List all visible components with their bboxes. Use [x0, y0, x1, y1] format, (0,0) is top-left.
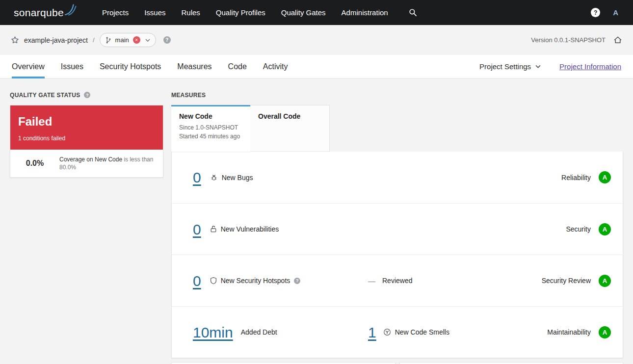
- security-review-rating-group: Security Review A: [542, 275, 623, 287]
- shield-icon: [210, 277, 217, 285]
- tab-issues[interactable]: Issues: [61, 55, 83, 78]
- new-code-smells-label[interactable]: New Code Smells: [395, 328, 449, 336]
- user-avatar[interactable]: A: [613, 8, 622, 17]
- condition-description: Coverage on New Code is less than 80.0%: [59, 156, 155, 171]
- condition-value: 0.0%: [18, 159, 52, 168]
- search-button[interactable]: [409, 8, 417, 17]
- quality-gate-section-title: QUALITY GATE STATUS ?: [10, 91, 163, 99]
- tab-security-hotspots[interactable]: Security Hotspots: [100, 55, 161, 78]
- new-bugs-cell: 0 New Bugs: [172, 169, 368, 185]
- measures-section-title: MEASURES: [171, 91, 623, 99]
- help-icon[interactable]: ?: [591, 8, 600, 17]
- global-nav: Projects Issues Rules Quality Profiles Q…: [102, 8, 388, 17]
- security-review-domain-label: Security Review: [542, 277, 591, 285]
- chevron-down-icon: [535, 65, 541, 68]
- branch-name: main: [115, 36, 129, 44]
- tab-new-code[interactable]: New Code Since 1.0-SNAPSHOT Started 45 m…: [171, 105, 250, 152]
- tab-activity[interactable]: Activity: [263, 55, 288, 78]
- new-code-smells-count-link[interactable]: 1: [368, 324, 376, 340]
- nav-item-issues[interactable]: Issues: [144, 8, 165, 17]
- reviewed-value: —: [368, 277, 375, 285]
- nav-item-quality-gates[interactable]: Quality Gates: [281, 8, 326, 17]
- nav-item-quality-profiles[interactable]: Quality Profiles: [216, 8, 265, 17]
- security-domain-label: Security: [566, 225, 591, 233]
- maintainability-rating-badge[interactable]: A: [599, 326, 611, 338]
- project-version-label: Version 0.0.1-SNAPSHOT: [531, 36, 606, 44]
- quality-gate-help-icon[interactable]: ?: [84, 92, 90, 98]
- tab-measures[interactable]: Measures: [177, 55, 211, 78]
- new-bugs-count-link[interactable]: 0: [193, 169, 201, 185]
- measures-section: MEASURES New Code Since 1.0-SNAPSHOT Sta…: [171, 91, 623, 364]
- security-rating-group: Security A: [566, 223, 623, 235]
- nav-item-administration[interactable]: Administration: [342, 8, 388, 17]
- quality-gate-status-header: Failed 1 conditions failed: [10, 105, 163, 150]
- branch-dropdown-chevron[interactable]: [145, 39, 150, 42]
- tab-overall-code[interactable]: Overall Code: [250, 105, 330, 152]
- tab-issues-label: Issues: [61, 62, 83, 71]
- favorite-toggle[interactable]: [11, 36, 19, 44]
- overall-code-tab-label: Overall Code: [258, 112, 300, 120]
- measures-title-text: MEASURES: [171, 92, 206, 99]
- quality-gate-condition-row[interactable]: 0.0% Coverage on New Code is less than 8…: [10, 150, 163, 177]
- new-security-hotspots-count-link[interactable]: 0: [193, 273, 201, 289]
- tab-overview[interactable]: Overview: [12, 55, 45, 78]
- new-vulnerabilities-label[interactable]: New Vulnerabilities: [221, 225, 279, 233]
- sonar-swoosh-icon: [65, 4, 78, 16]
- nav-item-projects[interactable]: Projects: [102, 8, 129, 17]
- added-debt-cell: 10min Added Debt: [172, 324, 368, 340]
- project-settings-menu[interactable]: Project Settings: [479, 62, 541, 71]
- new-security-hotspots-label[interactable]: New Security Hotspots: [221, 277, 290, 285]
- new-bugs-label[interactable]: New Bugs: [222, 174, 253, 182]
- top-navbar: sonarqube Projects Issues Rules Quality …: [0, 0, 633, 25]
- breadcrumb-separator: /: [93, 36, 95, 44]
- tab-code[interactable]: Code: [228, 55, 247, 78]
- tab-code-label: Code: [228, 62, 247, 71]
- sonarqube-logo[interactable]: sonarqube: [14, 5, 78, 20]
- project-context-bar: example-java-project / main × ? Version …: [0, 25, 633, 55]
- new-security-hotspots-cell: 0 New Security Hotspots ?: [172, 273, 368, 289]
- new-vulnerabilities-cell: 0 New Vulnerabilities: [172, 221, 368, 237]
- project-information-link[interactable]: Project Information: [559, 62, 621, 71]
- tab-measures-label: Measures: [177, 62, 211, 71]
- branch-selector[interactable]: main ×: [100, 33, 156, 47]
- added-debt-label: Added Debt: [241, 328, 277, 336]
- reliability-rating-badge[interactable]: A: [599, 171, 611, 183]
- new-code-since: Since 1.0-SNAPSHOT: [179, 124, 242, 131]
- quality-gate-card: Failed 1 conditions failed 0.0% Coverage…: [10, 105, 163, 178]
- quality-gate-status: Failed: [18, 115, 155, 129]
- security-rating-badge[interactable]: A: [599, 223, 611, 235]
- tab-security-hotspots-label: Security Hotspots: [100, 62, 161, 71]
- project-tab-bar: Overview Issues Security Hotspots Measur…: [0, 55, 633, 78]
- nav-item-rules[interactable]: Rules: [182, 8, 200, 17]
- partial-card-right: [399, 362, 623, 364]
- security-review-rating-badge[interactable]: A: [599, 275, 611, 287]
- project-homepage-button[interactable]: [613, 36, 622, 44]
- reliability-domain-label: Reliability: [561, 174, 591, 182]
- hotspots-reviewed-cell: — Reviewed: [368, 277, 412, 285]
- quality-gate-title-text: QUALITY GATE STATUS: [10, 92, 80, 99]
- new-code-started: Started 45 minutes ago: [179, 133, 242, 140]
- bug-icon: [210, 174, 218, 182]
- hotspots-help-icon[interactable]: ?: [294, 278, 300, 284]
- partial-card-left: [171, 362, 396, 364]
- reviewed-label: Reviewed: [382, 277, 412, 285]
- measure-row-new-security-hotspots: 0 New Security Hotspots ? — Reviewed Sec…: [172, 255, 623, 306]
- chevron-down-icon: [145, 39, 150, 42]
- new-vulnerabilities-count-link[interactable]: 0: [193, 221, 201, 237]
- branch-icon: [106, 36, 111, 44]
- maintainability-rating-group: Maintainability A: [547, 326, 623, 338]
- context-bar-right: Version 0.0.1-SNAPSHOT: [531, 36, 622, 44]
- clear-branch-icon[interactable]: ×: [133, 36, 140, 44]
- topbar-right: ? A: [591, 8, 622, 17]
- quality-gate-section: QUALITY GATE STATUS ? Failed 1 condition…: [10, 91, 163, 178]
- breadcrumb-project-link[interactable]: example-java-project: [24, 36, 88, 44]
- next-sections-preview: [171, 362, 623, 364]
- maintainability-domain-label: Maintainability: [547, 328, 591, 336]
- condition-metric: Coverage on New Code: [59, 156, 122, 163]
- branch-help-icon[interactable]: ?: [163, 36, 171, 44]
- added-debt-link[interactable]: 10min: [193, 324, 233, 340]
- lock-open-icon: [210, 225, 217, 233]
- project-settings-label: Project Settings: [479, 62, 531, 71]
- home-icon: [613, 36, 622, 44]
- search-icon: [409, 8, 417, 17]
